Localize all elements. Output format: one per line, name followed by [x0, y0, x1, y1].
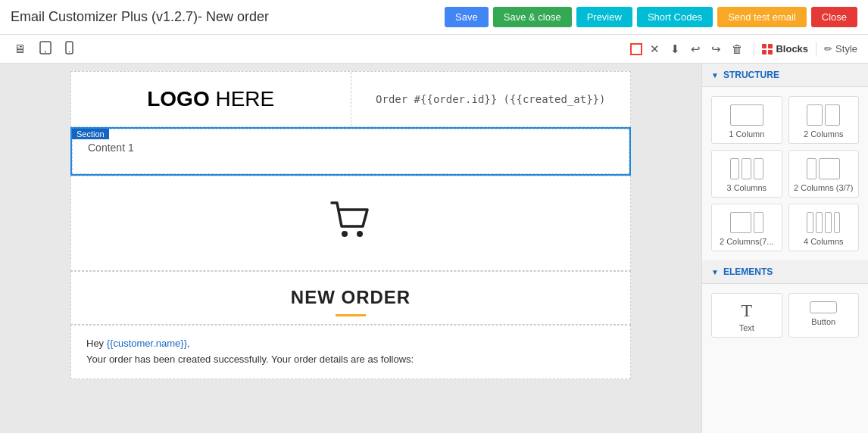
elements-chevron-icon: ▼	[711, 268, 719, 276]
3-columns-item[interactable]: 3 Columns	[711, 150, 782, 198]
1-column-item[interactable]: 1 Column	[711, 96, 782, 144]
button-icon	[810, 301, 837, 313]
content-label: Content 1	[88, 142, 134, 154]
elements-label: ELEMENTS	[723, 266, 773, 277]
logo-cell[interactable]: LOGO HERE	[71, 72, 351, 126]
customer-name-var: {{customer.name}}	[107, 338, 187, 349]
3-columns-icon	[730, 158, 763, 179]
email-header-section: LOGO HERE Order #{{order.id}} ({{created…	[70, 71, 631, 127]
button-element-item[interactable]: Button	[788, 293, 860, 338]
select-box-icon	[630, 43, 642, 55]
2-columns-73-icon	[730, 212, 763, 233]
send-test-button[interactable]: Send test email	[717, 7, 807, 27]
header-buttons: Save Save & close Preview Short Codes Se…	[445, 7, 857, 27]
1-column-label: 1 Column	[729, 129, 764, 139]
3-columns-label: 3 Columns	[726, 183, 767, 192]
structure-header[interactable]: ▼ STRUCTURE	[702, 64, 868, 87]
content-section-inner: Content 1	[72, 129, 629, 174]
elements-grid: T Text Button	[702, 284, 868, 347]
structure-label: STRUCTURE	[723, 70, 779, 80]
header: Email Customizer Plus (v1.2.7)- New orde…	[0, 0, 868, 35]
svg-point-1	[45, 51, 46, 52]
email-body-section[interactable]: Hey {{customer.name}}, Your order has be…	[70, 325, 631, 379]
elements-header[interactable]: ▼ ELEMENTS	[702, 260, 868, 284]
4-columns-icon	[807, 212, 840, 233]
4-columns-label: 4 Columns	[804, 237, 844, 246]
desktop-icon[interactable]: 🖥	[11, 41, 29, 58]
move-icon[interactable]: ✕	[647, 41, 663, 58]
main-layout: LOGO HERE Order #{{order.id}} ({{created…	[0, 64, 868, 433]
2-columns-37-item[interactable]: 2 Columns (3/7)	[788, 150, 860, 198]
content-section[interactable]: Section Content 1	[70, 127, 631, 176]
new-order-divider	[336, 314, 366, 316]
text-element-label: Text	[739, 323, 754, 332]
svg-point-5	[357, 231, 363, 237]
order-placeholder-text: Order #{{order.id}} ({{created_at}})	[376, 93, 605, 105]
structure-chevron-icon: ▼	[711, 71, 719, 79]
close-button[interactable]: Close	[811, 7, 857, 27]
logo-normal: HERE	[210, 87, 275, 111]
toolbar-left: 🖥	[11, 39, 76, 59]
section-label: Section	[72, 129, 109, 139]
1-column-icon	[730, 104, 763, 126]
text-element-item[interactable]: T Text	[711, 293, 782, 338]
structure-grid: 1 Column 2 Columns 3 Columns	[702, 87, 868, 260]
new-order-section[interactable]: NEW ORDER	[70, 271, 631, 325]
email-canvas: LOGO HERE Order #{{order.id}} ({{created…	[70, 71, 631, 379]
svg-point-3	[69, 51, 70, 52]
cart-section[interactable]	[70, 176, 631, 271]
2-columns-37-label: 2 Columns (3/7)	[794, 183, 853, 192]
style-button[interactable]: ✏ Style	[824, 43, 857, 55]
button-element-label: Button	[811, 317, 835, 326]
toolbar: 🖥 ✕ ⬇ ↩ ↪ 🗑 Blocks ✏ Style	[0, 35, 868, 64]
logo-text: LOGO HERE	[147, 87, 274, 111]
2-columns-73-item[interactable]: 2 Columns(7...	[711, 204, 782, 251]
2-columns-73-label: 2 Columns(7...	[720, 237, 774, 246]
blocks-button[interactable]: Blocks	[762, 43, 808, 55]
download-icon[interactable]: ⬇	[667, 41, 683, 58]
svg-point-4	[342, 231, 348, 237]
4-columns-item[interactable]: 4 Columns	[788, 204, 860, 251]
save-button[interactable]: Save	[445, 7, 489, 27]
sidebar: ▼ STRUCTURE 1 Column 2 Columns	[701, 64, 868, 433]
2-columns-icon	[807, 104, 840, 126]
toolbar-right: ✕ ⬇ ↩ ↪ 🗑 Blocks ✏ Style	[630, 41, 857, 58]
redo-icon[interactable]: ↪	[708, 41, 724, 58]
2-columns-37-icon	[807, 158, 840, 179]
save-close-button[interactable]: Save & close	[493, 7, 572, 27]
cart-icon	[328, 199, 373, 248]
new-order-title: NEW ORDER	[86, 287, 615, 308]
text-icon: T	[741, 301, 752, 319]
blocks-grid-icon	[762, 44, 773, 55]
canvas-area[interactable]: LOGO HERE Order #{{order.id}} ({{created…	[0, 64, 701, 433]
tablet-icon[interactable]	[36, 39, 55, 59]
body-line2: Your order has been created successfully…	[86, 352, 615, 368]
logo-bold: LOGO	[147, 87, 209, 111]
2-columns-item[interactable]: 2 Columns	[788, 96, 860, 144]
preview-button[interactable]: Preview	[576, 7, 632, 27]
pencil-icon: ✏	[824, 43, 832, 55]
body-line1: Hey {{customer.name}},	[86, 336, 615, 352]
order-cell[interactable]: Order #{{order.id}} ({{created_at}})	[351, 72, 631, 126]
undo-icon[interactable]: ↩	[688, 41, 704, 58]
trash-icon[interactable]: 🗑	[729, 41, 746, 57]
mobile-icon[interactable]	[62, 39, 76, 59]
short-codes-button[interactable]: Short Codes	[637, 7, 713, 27]
page-title: Email Customizer Plus (v1.2.7)- New orde…	[11, 9, 269, 25]
2-columns-label: 2 Columns	[804, 129, 844, 139]
